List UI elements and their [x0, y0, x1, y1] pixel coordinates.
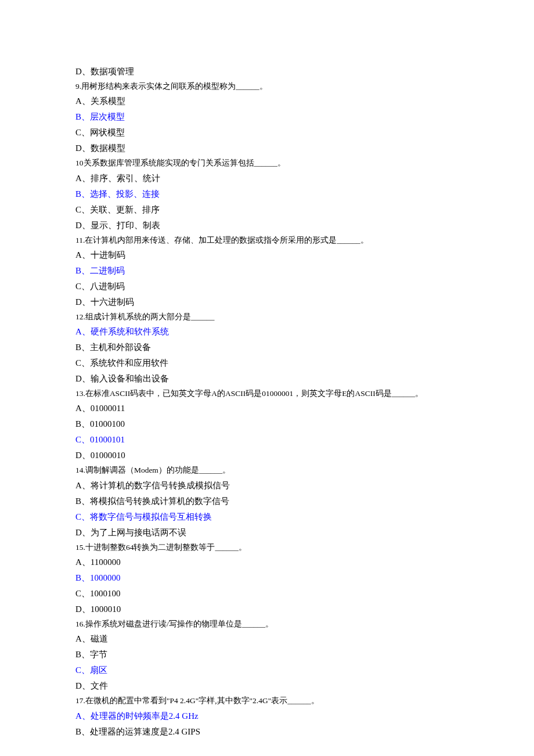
- text-line: A、磁道: [75, 631, 459, 647]
- text-line: A、排序、索引、统计: [75, 171, 459, 186]
- text-line: D、数据模型: [75, 141, 459, 156]
- text-line: C、将数字信号与模拟信号互相转换: [75, 509, 459, 525]
- text-line: B、选择、投影、连接: [75, 186, 459, 202]
- text-line: 12.组成计算机系统的两大部分是______: [75, 310, 459, 324]
- text-line: A、硬件系统和软件系统: [75, 324, 459, 340]
- text-line: B、二进制码: [75, 263, 459, 279]
- text-line: A、关系模型: [75, 93, 459, 109]
- text-line: B、01000100: [75, 416, 459, 432]
- text-line: D、01000010: [75, 448, 459, 463]
- text-line: D、输入设备和输出设备: [75, 371, 459, 387]
- text-line: A、处理器的时钟频率是2.4 GHz: [75, 708, 459, 724]
- text-line: B、处理器的运算速度是2.4 GIPS: [75, 724, 459, 740]
- text-line: C、扇区: [75, 663, 459, 678]
- text-line: D、1000010: [75, 602, 459, 617]
- text-line: D、为了上网与接电话两不误: [75, 525, 459, 541]
- text-line: C、系统软件和应用软件: [75, 355, 459, 371]
- text-line: B、主机和外部设备: [75, 340, 459, 355]
- text-line: B、1000000: [75, 570, 459, 586]
- text-line: 14.调制解调器（Modem）的功能是______。: [75, 463, 459, 477]
- text-line: 11.在计算机内部用来传送、存储、加工处理的数据或指令所采用的形式是______…: [75, 233, 459, 247]
- text-line: D、十六进制码: [75, 294, 459, 310]
- text-line: B、层次模型: [75, 109, 459, 125]
- text-line: C、网状模型: [75, 125, 459, 141]
- text-line: A、01000011: [75, 401, 459, 416]
- text-line: 9.用树形结构来表示实体之间联系的模型称为______。: [75, 80, 459, 93]
- text-line: D、显示、打印、制表: [75, 218, 459, 233]
- text-line: 16.操作系统对磁盘进行读/写操作的物理单位是______。: [75, 617, 459, 631]
- text-line: A、将计算机的数字信号转换成模拟信号: [75, 478, 459, 494]
- text-line: D、文件: [75, 678, 459, 694]
- text-line: C、八进制码: [75, 279, 459, 294]
- text-line: C、1000100: [75, 586, 459, 602]
- text-line: D、数据项管理: [75, 64, 459, 80]
- text-line: 13.在标准ASCII码表中，已知英文字母A的ASCII码是01000001，则…: [75, 387, 459, 401]
- text-line: C、关联、更新、排序: [75, 202, 459, 218]
- text-line: A、1100000: [75, 555, 459, 570]
- text-line: C、01000101: [75, 432, 459, 448]
- document-content: D、数据项管理9.用树形结构来表示实体之间联系的模型称为______。A、关系模…: [0, 0, 534, 756]
- text-line: B、将模拟信号转换成计算机的数字信号: [75, 494, 459, 509]
- text-line: 10关系数据库管理系统能实现的专门关系运算包括______。: [75, 156, 459, 170]
- text-line: 17.在微机的配置中常看到"P4 2.4G"字样,其中数字"2.4G"表示___…: [75, 694, 459, 708]
- text-line: 15.十进制整数64转换为二进制整数等于______。: [75, 541, 459, 555]
- text-line: A、十进制码: [75, 247, 459, 263]
- text-line: B、字节: [75, 647, 459, 663]
